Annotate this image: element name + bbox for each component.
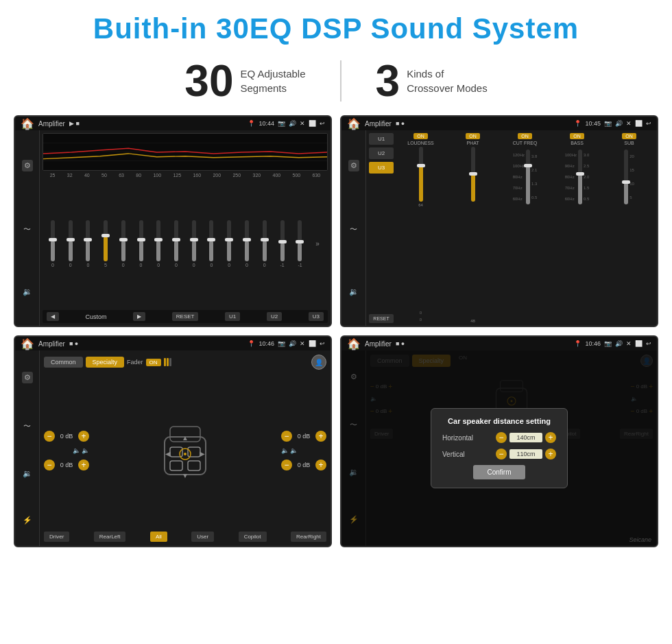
u3-btn[interactable]: U3 — [309, 312, 324, 321]
driver-btn[interactable]: Driver — [44, 532, 69, 542]
bass-channel: ON BASS 100Hz90Hz80Hz70Hz60Hz 3.02 — [552, 133, 602, 323]
svg-text:◀: ◀ — [165, 450, 171, 457]
home-icon[interactable]: 🏠 — [21, 117, 34, 130]
bass-on-btn[interactable]: ON — [570, 133, 584, 139]
rearleft-btn[interactable]: RearLeft — [94, 532, 126, 542]
all-btn[interactable]: All — [150, 532, 167, 542]
window-icon-4[interactable]: ⬜ — [635, 340, 643, 347]
wave-icon[interactable]: 〜 — [23, 224, 31, 235]
bluetooth-icon[interactable]: ⚡ — [23, 516, 32, 525]
rear-left-db: − 0 dB + — [44, 460, 89, 470]
rl-plus-btn[interactable]: + — [78, 460, 89, 470]
crossover-time: 10:45 — [585, 120, 601, 127]
volume-icon: 🔊 — [289, 120, 296, 127]
home-icon-4[interactable]: 🏠 — [347, 337, 361, 350]
rr-minus-btn[interactable]: − — [281, 460, 292, 470]
dialog-overlay: Car speaker distance setting Horizontal … — [341, 350, 657, 546]
wave-icon-3[interactable]: 〜 — [23, 421, 31, 431]
avatar-icon[interactable]: 👤 — [311, 355, 326, 370]
eq-slider-9: 0 — [192, 220, 196, 267]
back-icon[interactable]: ↩ — [320, 120, 325, 127]
specialty-app-title: Amplifier — [38, 340, 65, 348]
fader-on-badge: ON — [146, 359, 161, 366]
rearright-btn[interactable]: RearRight — [291, 532, 326, 542]
fl-minus-btn[interactable]: − — [44, 431, 55, 442]
record-icon-3: ■ ● — [69, 340, 78, 347]
vertical-minus-btn[interactable]: − — [496, 449, 507, 460]
play-btn[interactable]: ▶ — [133, 312, 145, 321]
loudness-on-btn[interactable]: ON — [413, 133, 428, 139]
volume-down-icon-2[interactable]: 🔉 — [349, 287, 359, 296]
eq-icon[interactable]: ⚙ — [22, 160, 33, 171]
u3-preset[interactable]: U3 — [369, 162, 394, 174]
fr-minus-btn[interactable]: − — [281, 431, 292, 442]
reset-btn-crossover[interactable]: RESET — [369, 314, 394, 323]
volume-icon-4: 🔊 — [615, 340, 623, 347]
eq-screen: 🏠 Amplifier ▶ ■ 📍 10:44 📷 🔊 ✕ ⬜ ↩ ⚙ 〜 🔉 — [14, 115, 332, 327]
close-icon-4[interactable]: ✕ — [626, 340, 632, 347]
close-icon-2[interactable]: ✕ — [626, 120, 632, 127]
window-icon[interactable]: ⬜ — [309, 120, 316, 127]
vertical-label: Vertical — [442, 451, 465, 458]
right-controls: − 0 dB + 🔈 🔈 − 0 dB + — [281, 431, 326, 470]
stat-crossover: 3 Kinds ofCrossover Modes — [341, 59, 522, 103]
svg-rect-8 — [170, 461, 182, 470]
eq-status-bar: 🏠 Amplifier ▶ ■ 📍 10:44 📷 🔊 ✕ ⬜ ↩ — [15, 117, 331, 130]
camera-icon-2: 📷 — [604, 120, 612, 127]
fader-label: Fader — [127, 359, 143, 366]
svg-text:▼: ▼ — [182, 472, 189, 479]
eq-slider-13: 0 — [263, 220, 267, 267]
confirm-button[interactable]: Confirm — [473, 465, 525, 479]
user-btn[interactable]: User — [191, 532, 214, 542]
preset-col: U1 U2 U3 RESET — [369, 133, 394, 323]
fr-plus-btn[interactable]: + — [315, 431, 326, 442]
back-icon-4[interactable]: ↩ — [646, 340, 651, 347]
fl-db-value: 0 dB — [57, 433, 76, 440]
window-icon-3[interactable]: ⬜ — [309, 340, 316, 347]
crossover-app-title: Amplifier — [365, 120, 392, 128]
u2-btn[interactable]: U2 — [267, 312, 282, 321]
specialty-mode-btn[interactable]: Specialty — [86, 357, 125, 368]
home-icon-3[interactable]: 🏠 — [21, 337, 34, 350]
top-btns: Common Specialty Fader ON 👤 — [44, 355, 326, 370]
rl-db-value: 0 dB — [57, 462, 76, 468]
specialty-main: Common Specialty Fader ON 👤 — [40, 350, 331, 546]
phat-on-btn[interactable]: ON — [466, 133, 480, 139]
stat-eq-label: EQ AdjustableSegments — [240, 67, 305, 95]
common-mode-btn[interactable]: Common — [44, 357, 83, 368]
specialty-content: ⚙ 〜 🔉 ⚡ Common Specialty Fader ON — [15, 350, 331, 546]
u1-preset[interactable]: U1 — [369, 133, 394, 145]
wave-icon-2[interactable]: 〜 — [350, 224, 357, 235]
more-icon[interactable]: » — [315, 240, 320, 248]
page-title: Buith-in 30EQ DSP Sound System — [0, 12, 672, 45]
stat-eq: 30 EQ AdjustableSegments — [150, 59, 339, 103]
u2-preset[interactable]: U2 — [369, 147, 394, 159]
back-icon-3[interactable]: ↩ — [320, 340, 325, 347]
horizontal-minus-btn[interactable]: − — [496, 432, 507, 443]
close-icon-3[interactable]: ✕ — [300, 340, 305, 347]
sub-on-btn[interactable]: ON — [622, 133, 636, 139]
fl-plus-btn[interactable]: + — [78, 431, 89, 442]
eq-icon-2[interactable]: ⚙ — [348, 160, 359, 171]
volume-down-icon-3[interactable]: 🔉 — [23, 469, 32, 478]
vertical-plus-btn[interactable]: + — [545, 449, 556, 460]
horizontal-plus-btn[interactable]: + — [545, 432, 556, 443]
dialog-status-bar: 🏠 Amplifier ■ ● 📍 10:46 📷 🔊 ✕ ⬜ ↩ — [341, 337, 657, 350]
play-icon: ▶ ■ — [69, 120, 80, 127]
eq-icon-3[interactable]: ⚙ — [22, 372, 33, 383]
home-icon-2[interactable]: 🏠 — [347, 117, 361, 130]
prev-btn[interactable]: ◀ — [47, 312, 59, 321]
cutfreq-on-btn[interactable]: ON — [518, 133, 532, 139]
rr-plus-btn[interactable]: + — [315, 460, 326, 470]
eq-bottom-bar: ◀ Custom ▶ RESET U1 U2 U3 — [43, 310, 328, 323]
u1-btn[interactable]: U1 — [225, 312, 240, 321]
svg-rect-9 — [188, 461, 200, 470]
close-icon[interactable]: ✕ — [300, 120, 305, 127]
window-icon-2[interactable]: ⬜ — [635, 120, 643, 127]
volume-down-icon[interactable]: 🔉 — [23, 287, 32, 296]
rl-minus-btn[interactable]: − — [44, 460, 55, 470]
back-icon-2[interactable]: ↩ — [646, 120, 651, 127]
specialty-time: 10:46 — [259, 340, 274, 347]
reset-btn[interactable]: RESET — [172, 312, 199, 321]
copilot-btn[interactable]: Copilot — [239, 532, 267, 542]
